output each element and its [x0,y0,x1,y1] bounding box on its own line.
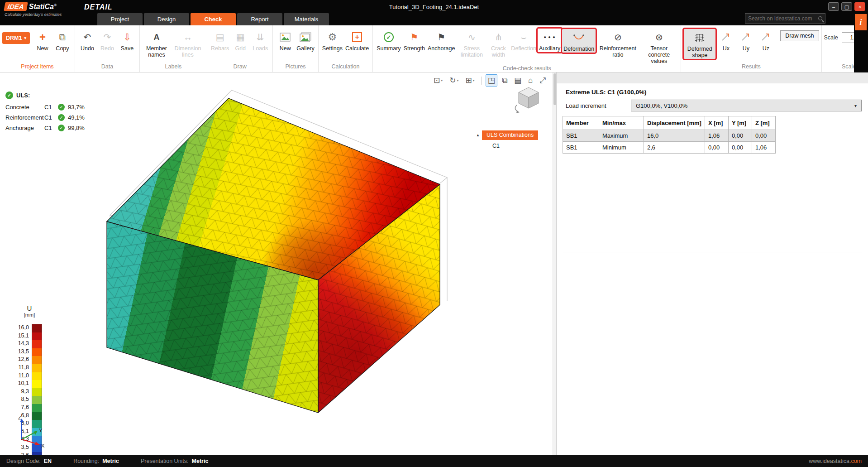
rotate-view-icon[interactable]: ↻▾ [447,74,461,87]
picture-icon [280,29,291,45]
undo-button[interactable]: ↶ Undo [77,29,97,52]
axes-triad: Z Y X [12,413,55,451]
deformation-button[interactable]: Deformation [562,29,596,53]
website-link[interactable]: www.ideastatica.com [809,458,862,464]
app-window: IDEA StatiCa® Calculate yesterday's esti… [0,0,868,467]
tab-design[interactable]: Design [144,13,189,25]
gallery-icon [300,29,311,45]
copy-project-item-button[interactable]: ⧉ Copy [52,29,72,52]
layers-icon[interactable]: ⧉ [500,75,510,87]
reinforcement-ratio-button[interactable]: ⊘ Reinforcement ratio [596,29,639,58]
chevron-down-icon: ▾ [854,103,857,108]
canvas-scrollbar[interactable] [553,72,556,455]
ribbon-right-filler [854,25,868,72]
scale-label: Scale [824,34,838,41]
stress-limitation-button[interactable]: ∿ Stress limitation [456,29,487,58]
new-picture-button[interactable]: New [275,29,295,52]
crack-width-button[interactable]: ⋔ Crack width [487,29,510,58]
tree-collapse-icon[interactable]: ▲ [476,133,480,137]
group-label-code-check: Code-check results [375,65,678,72]
axonometry-cube-icon[interactable]: ◳ [486,74,497,87]
ribbon-group-scale: Scale 1,00 ▲ ▼ Scale [822,25,854,72]
deformation-icon [573,29,584,46]
grid-button[interactable]: ▦ Grid [230,29,250,52]
settings-button[interactable]: ⚙ Settings [321,29,344,52]
legend-swatch [32,340,42,348]
search-box[interactable] [745,13,825,24]
loads-button[interactable]: ⇊ Loads [250,29,270,52]
ribbon-group-data: ↶ Undo ↷ Redo ⇩ Save Data [75,25,140,72]
group-label-draw: Draw [210,63,270,72]
col-x: X [m] [705,116,728,130]
scale-value[interactable]: 1,00 [842,33,854,43]
uz-button[interactable]: Uz [756,29,776,52]
close-button[interactable]: × [854,2,865,11]
member-names-button[interactable]: A Member names [142,29,171,58]
auxiliary-button[interactable]: ● ● ● Auxiliary [538,29,562,52]
uls-combinations-header[interactable]: ULS Combinations [482,130,538,140]
fullscreen-icon[interactable]: ⤢ [537,75,548,87]
tab-report[interactable]: Report [237,13,282,25]
reinforcement-ratio-icon: ⊘ [614,29,622,45]
table-row[interactable]: SB1 Maximum 16,0 1,06 0,00 0,00 [563,130,776,142]
deformed-shape-button[interactable]: Deformed shape [683,29,716,59]
plus-icon: + [39,29,46,45]
scrollbar-thumb[interactable] [553,73,556,105]
tensor-concrete-values-button[interactable]: ⊛ Tensor concrete values [639,29,678,65]
dimension-lines-button[interactable]: ↔ Dimension lines [171,29,205,58]
combinations-tree: ▲ ULS Combinations C1 [476,130,538,149]
workspace: ⊡▾↻▾⊞▾◳⧉▤⌂⤢ [0,72,868,455]
legend-value: 11,0 [15,372,32,380]
scale-input[interactable]: 1,00 ▲ ▼ [842,32,854,43]
chevron-down-icon: ▾ [441,78,443,82]
strength-button[interactable]: ⚑ Strength [402,29,426,52]
ribbon-group-draw: ▤ Rebars ▦ Grid ⇊ Loads Draw [207,25,273,72]
clip-box-icon[interactable]: ⊡▾ [431,74,445,87]
tensor-icon: ⊛ [655,29,663,45]
view-presets-icon[interactable]: ⊞▾ [463,74,477,87]
legend-value: 9,3 [15,388,32,396]
table-row[interactable]: SB1 Minimum 2,6 0,00 0,00 1,06 [563,142,776,154]
axis-z-label: Z [18,415,21,420]
group-label-scale: Scale [824,63,854,72]
ribbon-group-project-items: DRM1▾ + New ⧉ Copy Project items [0,25,75,72]
col-displacement: Displacement [mm] [644,116,705,130]
combination-item-c1[interactable]: C1 [492,143,538,149]
save-button[interactable]: ⇩ Save [117,29,137,52]
legend-value: 11,8 [15,364,32,372]
redo-button[interactable]: ↷ Redo [97,29,117,52]
stress-limitation-icon: ∿ [468,29,476,45]
anchorage-button[interactable]: ⚑ Anchorage [426,29,456,52]
load-increment-select[interactable]: G100,0%, V100,0% ▾ [631,100,862,111]
home-view-icon[interactable]: ⌂ [526,75,535,87]
minimize-button[interactable]: – [828,2,839,11]
uls-check-icon: ✓ [5,91,13,99]
deflection-icon: ⌣ [521,29,527,45]
uz-icon [761,29,771,45]
tab-check[interactable]: Check [191,13,236,25]
calculate-button[interactable]: + Calculate [344,29,370,52]
rebars-button[interactable]: ▤ Rebars [210,29,230,52]
tab-materials[interactable]: Materials [284,13,329,25]
ribbon-group-code-check: ✓ Summary ⚑ Strength ⚑ Anchorage ∿ Stres… [373,25,681,72]
info-button[interactable]: i [855,14,867,30]
col-y: Y [m] [728,116,752,130]
auxiliary-dots-icon: ● ● ● [544,29,555,45]
uy-button[interactable]: Uy [736,29,756,52]
legend-swatch [32,388,42,396]
search-input[interactable] [748,15,818,22]
clip-plane-icon[interactable]: ▤ [512,74,524,87]
deflection-button[interactable]: ⌣ Deflection [510,29,538,52]
view-cube[interactable] [510,84,543,117]
drm1-dropdown[interactable]: DRM1▾ [2,32,30,44]
units-status: Presentation Units: Metric [141,458,208,464]
new-project-item-button[interactable]: + New [33,29,52,52]
uls-summary: ✓ ULS: Concrete C1 ✓ 93,7% Reinforcement… [5,91,85,135]
col-z: Z [m] [752,116,775,130]
tab-project[interactable]: Project [97,13,143,25]
draw-mesh-toggle[interactable]: Draw mesh [780,30,819,41]
summary-button[interactable]: ✓ Summary [375,29,402,52]
ux-button[interactable]: Ux [716,29,736,52]
maximize-button[interactable]: ▢ [841,2,852,11]
gallery-button[interactable]: Gallery [295,29,316,52]
